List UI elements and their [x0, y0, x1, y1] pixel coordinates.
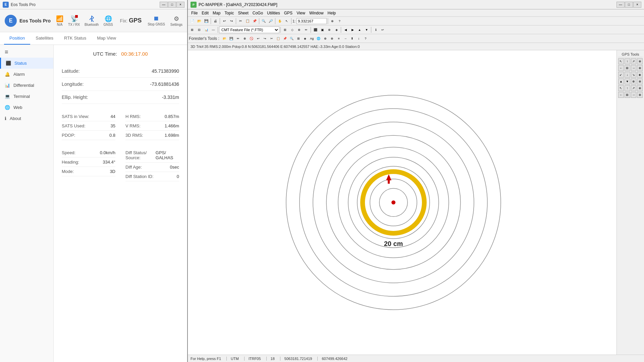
tb-zoom-out-button[interactable]: 🔎: [267, 18, 274, 24]
tb-select-button[interactable]: ↖: [283, 18, 290, 24]
gps-tb-btn-15[interactable]: ⊕: [631, 78, 637, 84]
tb-redo-button[interactable]: ↪: [228, 18, 235, 24]
gps-tb-btn-6[interactable]: ⊞: [625, 65, 630, 71]
tab-satellites[interactable]: Satellites: [30, 32, 59, 45]
tb-print-button[interactable]: 🖨: [212, 18, 219, 24]
ft-btn1[interactable]: 📂: [221, 35, 228, 42]
menu-gps[interactable]: GPS: [282, 10, 294, 16]
gps-tb-btn-19[interactable]: ↗: [631, 85, 637, 91]
gps-tb-btn-8[interactable]: ⊗: [637, 65, 643, 71]
gps-tb-btn-9[interactable]: ↙: [618, 72, 624, 78]
ft-btn17[interactable]: ⊗: [329, 35, 335, 42]
gnss-toolbar-item[interactable]: 🌐 GNSS: [103, 15, 113, 26]
tb2-nav4[interactable]: ▼: [363, 26, 370, 33]
ft-btn15[interactable]: 🌐: [315, 35, 322, 42]
eos-close-button[interactable]: ×: [176, 2, 184, 8]
menu-cogo[interactable]: CoGo: [251, 10, 265, 16]
gps-tb-btn-2[interactable]: ↑: [625, 58, 630, 64]
tb-save-button[interactable]: 💾: [203, 18, 210, 24]
tb2-nav3[interactable]: ▲: [356, 26, 363, 33]
tb2-feature2[interactable]: ◇: [289, 26, 296, 33]
ft-btn22[interactable]: ?: [362, 35, 369, 42]
tb-extra1-button[interactable]: ⊕: [329, 18, 336, 24]
ft-btn3[interactable]: ✏: [235, 35, 241, 42]
gps-tb-btn-20[interactable]: ⊕: [637, 85, 643, 91]
sidebar-item-differential[interactable]: 📊 Differential: [0, 80, 53, 91]
ft-btn13[interactable]: ◈: [302, 35, 309, 42]
tb2-info2[interactable]: ↩: [379, 26, 386, 33]
tb2-info1[interactable]: ℹ: [372, 26, 379, 33]
tb-zoom-in-button[interactable]: 🔍: [260, 18, 267, 24]
feature-file-dropdown[interactable]: CMT Feature File (*.FTR): [219, 26, 279, 33]
na-toolbar-item[interactable]: 📶 N/A: [56, 15, 63, 26]
ft-btn11[interactable]: 🔍: [288, 35, 295, 42]
pcmapper-minimize-button[interactable]: —: [616, 2, 625, 8]
gps-tb-btn-18[interactable]: ↑: [625, 85, 630, 91]
settings-button[interactable]: ⚙ Settings: [170, 15, 182, 26]
ft-btn10[interactable]: 📌: [282, 35, 288, 42]
tb2-line-button[interactable]: —: [210, 26, 217, 33]
ft-btn9[interactable]: 📋: [275, 35, 282, 42]
tab-position[interactable]: Position: [4, 32, 30, 45]
gps-tb-btn-4[interactable]: ⊕: [637, 58, 643, 64]
tb-open-button[interactable]: 📂: [196, 18, 203, 24]
ft-btn21[interactable]: ↕: [356, 35, 362, 42]
tb2-feature3[interactable]: ⊕: [296, 26, 303, 33]
ft-btn2[interactable]: 💾: [228, 35, 235, 42]
tb2-chart-button[interactable]: 📊: [203, 26, 210, 33]
eos-minimize-button[interactable]: —: [160, 2, 168, 8]
sidebar-item-web[interactable]: 🌐 Web: [0, 102, 53, 113]
menu-window[interactable]: Window: [307, 10, 326, 16]
eos-window-controls[interactable]: — □ ×: [160, 2, 184, 8]
tb2-grid-button[interactable]: ⊞: [189, 26, 196, 33]
ft-btn14[interactable]: Ag: [309, 35, 315, 42]
tb2-layer4[interactable]: ◈: [333, 26, 340, 33]
menu-view[interactable]: View: [294, 10, 307, 16]
tb2-feature4[interactable]: ✏: [303, 26, 310, 33]
ft-btn12[interactable]: ⊞: [295, 35, 302, 42]
tab-rtk-status[interactable]: RTK Status: [59, 32, 92, 45]
tb-undo-button[interactable]: ↩: [221, 18, 228, 24]
ft-btn20[interactable]: ⬆: [349, 35, 356, 42]
tb-pan-button[interactable]: ✋: [276, 18, 283, 24]
gps-tb-btn-13[interactable]: ▲: [618, 78, 624, 84]
gps-tb-btn-10[interactable]: ↓: [625, 72, 630, 78]
gps-tb-btn-24[interactable]: ⊗: [637, 92, 643, 98]
tb2-feature1[interactable]: ⊞: [282, 26, 288, 33]
tb-paste-button[interactable]: 📌: [251, 18, 258, 24]
ft-btn19[interactable]: →: [342, 35, 349, 42]
menu-map[interactable]: Map: [211, 10, 222, 16]
ft-btn7[interactable]: ↪: [262, 35, 268, 42]
menu-sheet[interactable]: Sheet: [236, 10, 250, 16]
coord-scale-input[interactable]: [297, 18, 327, 24]
gps-tb-btn-21[interactable]: ←: [618, 92, 624, 98]
sidebar-item-about[interactable]: ℹ About: [0, 113, 53, 124]
sidebar-item-alarm[interactable]: 🔔 Alarm: [0, 69, 53, 80]
tb-cut-button[interactable]: ✂: [237, 18, 244, 24]
sidebar-item-terminal[interactable]: 💻 Terminal: [0, 91, 53, 102]
gps-tb-btn-16[interactable]: ⊗: [637, 78, 643, 84]
ft-btn4[interactable]: ⊕: [241, 35, 248, 42]
tx-rx-toolbar-item[interactable]: 📡 TX / RX: [68, 15, 80, 26]
tb-copy-button[interactable]: 📋: [244, 18, 251, 24]
ft-btn8[interactable]: ✂: [268, 35, 275, 42]
tb-extra2-button[interactable]: ?: [336, 18, 343, 24]
tb-new-button[interactable]: 📄: [189, 18, 196, 24]
eos-maximize-button[interactable]: □: [168, 2, 176, 8]
ft-btn5[interactable]: 🚫: [248, 35, 255, 42]
menu-file[interactable]: File: [189, 10, 200, 16]
stop-gnss-button[interactable]: ⏹ Stop GNSS: [148, 15, 165, 26]
menu-help[interactable]: Help: [326, 10, 338, 16]
ft-btn6[interactable]: ↩: [255, 35, 262, 42]
menu-edit[interactable]: Edit: [200, 10, 211, 16]
tb2-layer3[interactable]: ⊗: [326, 26, 333, 33]
menu-utilities[interactable]: Utilities: [265, 10, 282, 16]
tab-map-view[interactable]: Map View: [92, 32, 121, 45]
tb2-nav2[interactable]: ▶: [349, 26, 356, 33]
gps-tb-btn-17[interactable]: ↖: [618, 85, 624, 91]
gps-tb-btn-12[interactable]: ◈: [637, 72, 643, 78]
pcmapper-close-button[interactable]: ×: [633, 2, 641, 8]
gps-tb-btn-22[interactable]: ⊞: [625, 92, 630, 98]
sidebar-menu-icon[interactable]: ≡: [0, 46, 53, 58]
gps-tb-btn-5[interactable]: ←: [618, 65, 624, 71]
